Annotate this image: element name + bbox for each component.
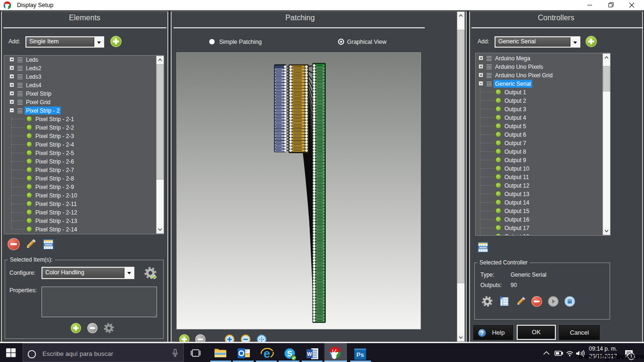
svg-text:W: W [307, 351, 312, 357]
svg-text:?: ? [480, 330, 484, 337]
svg-text:Ps: Ps [356, 351, 364, 358]
